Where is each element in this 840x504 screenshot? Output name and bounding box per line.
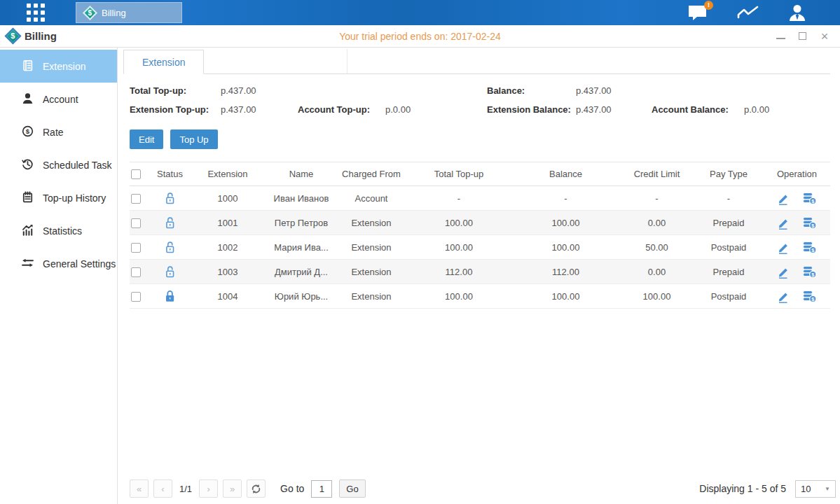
header-name: Name	[266, 162, 336, 186]
balance-value: p.437.00	[576, 85, 652, 96]
edit-pencil-icon[interactable]	[777, 241, 790, 254]
refresh-icon[interactable]	[247, 479, 266, 498]
tab-strip: Extension	[123, 49, 830, 74]
sidebar-item-top-up-history[interactable]: Top-up History	[0, 181, 117, 214]
cell-name: Иван Иванов	[266, 186, 336, 211]
top-up-coins-icon[interactable]: $	[802, 241, 817, 254]
top-up-button[interactable]: Top Up	[170, 130, 217, 149]
tab-extension[interactable]: Extension	[123, 50, 204, 74]
sidebar-item-general-settings[interactable]: General Settings	[0, 247, 117, 280]
prev-page-button[interactable]: ‹	[153, 479, 172, 498]
table-row: 1004Юрий Юрь...Extension100.00100.00100.…	[130, 284, 830, 309]
goto-page-input[interactable]	[311, 480, 332, 498]
cell-charged-from: Account	[336, 186, 406, 211]
edit-button[interactable]: Edit	[130, 130, 163, 149]
unlocked-icon[interactable]	[163, 216, 177, 230]
sidebar-item-scheduled-task[interactable]: Scheduled Task	[0, 148, 117, 181]
extension-topup-label: Extension Top-up:	[130, 104, 221, 115]
table-row: 1000Иван ИвановAccount----$	[130, 186, 830, 211]
sidebar-item-extension[interactable]: Extension	[0, 50, 117, 83]
notification-badge: !	[704, 1, 713, 10]
sidebar-item-rate[interactable]: $Rate	[0, 115, 117, 148]
balance-summary: Total Top-up: p.437.00 Balance: p.437.00…	[130, 85, 830, 115]
cell-total-topup: 112.00	[406, 260, 511, 284]
window-titlebar: Your trial period ends on: 2017-02-24 $ …	[0, 25, 840, 48]
first-page-button[interactable]: «	[130, 479, 149, 498]
last-page-button[interactable]: »	[223, 479, 242, 498]
cell-extension: 1001	[189, 211, 266, 235]
sidebar: ExtensionAccount$RateScheduled TaskTop-u…	[0, 48, 118, 504]
unlocked-icon[interactable]	[163, 265, 177, 279]
cell-pay-type: Postpaid	[694, 235, 764, 260]
select-all-checkbox[interactable]	[131, 169, 141, 179]
minimize-icon[interactable]	[776, 34, 785, 39]
top-up-coins-icon[interactable]: $	[802, 216, 817, 230]
cell-extension: 1003	[189, 260, 266, 284]
messages-icon[interactable]: !	[688, 5, 708, 21]
cell-pay-type: -	[694, 186, 764, 211]
billing-window-icon: $	[4, 27, 21, 44]
sidebar-item-statistics[interactable]: Statistics	[0, 214, 117, 247]
header-status: Status	[151, 162, 189, 186]
row-checkbox[interactable]	[131, 292, 141, 302]
cell-name: Юрий Юрь...	[266, 284, 336, 309]
page-indicator: 1/1	[179, 484, 192, 494]
user-account-icon[interactable]	[788, 4, 806, 21]
account-topup-value: p.0.00	[385, 104, 487, 115]
row-checkbox[interactable]	[131, 194, 141, 204]
balance-label: Balance:	[487, 85, 576, 96]
pagination-bar: « ‹ 1/1 › » Go to Go Displaying 1 - 5 of…	[130, 479, 836, 498]
account-balance-value: p.0.00	[744, 104, 830, 115]
cell-name: Петр Петров	[266, 211, 336, 235]
account-topup-label: Account Top-up:	[298, 104, 385, 115]
sidebar-item-account[interactable]: Account	[0, 83, 117, 115]
svg-text:$: $	[26, 127, 30, 135]
taskbar-billing-tab[interactable]: $ Billing	[76, 2, 182, 23]
cell-charged-from: Extension	[336, 235, 406, 260]
total-topup-label: Total Top-up:	[130, 85, 221, 96]
main-panel: Extension Total Top-up: p.437.00 Balance…	[118, 48, 840, 504]
cell-extension: 1004	[189, 284, 266, 309]
next-page-button[interactable]: ›	[199, 479, 218, 498]
page-size-select[interactable]: 10 ▼	[795, 480, 836, 498]
cell-charged-from: Extension	[336, 211, 406, 235]
goto-label: Go to	[280, 483, 304, 494]
row-checkbox[interactable]	[131, 267, 141, 277]
header-operation: Operation	[764, 162, 830, 186]
cell-total-topup: -	[406, 186, 511, 211]
top-up-coins-icon[interactable]: $	[802, 290, 817, 303]
unlocked-icon[interactable]	[163, 191, 177, 206]
edit-pencil-icon[interactable]	[777, 216, 790, 230]
row-checkbox[interactable]	[131, 218, 141, 228]
top-up-coins-icon[interactable]: $	[802, 265, 817, 279]
window-title: Billing	[25, 30, 57, 42]
edit-pencil-icon[interactable]	[777, 265, 790, 279]
cell-balance: -	[511, 186, 620, 211]
table-row: 1003Дмитрий Д...Extension112.00112.000.0…	[130, 260, 830, 284]
sidebar-item-label: General Settings	[43, 258, 116, 270]
cell-credit-limit: -	[620, 186, 694, 211]
trial-notice: Your trial period ends on: 2017-02-24	[0, 31, 840, 42]
taskbar-tab-label: Billing	[102, 8, 126, 18]
app-launcher-grid-icon[interactable]	[27, 4, 45, 22]
sidebar-item-label: Statistics	[43, 225, 82, 237]
table-header-row: Status Extension Name Charged From Total…	[130, 162, 830, 186]
locked-icon[interactable]	[163, 289, 177, 304]
chevron-down-icon: ▼	[825, 486, 830, 492]
header-credit-limit: Credit Limit	[620, 162, 694, 186]
go-button[interactable]: Go	[339, 479, 365, 498]
top-up-coins-icon[interactable]: $	[802, 192, 817, 205]
row-checkbox[interactable]	[131, 243, 141, 253]
edit-pencil-icon[interactable]	[777, 290, 790, 303]
cell-credit-limit: 50.00	[620, 235, 694, 260]
cell-name: Дмитрий Д...	[266, 260, 336, 284]
close-icon[interactable]: ×	[819, 31, 830, 42]
cell-pay-type: Postpaid	[694, 284, 764, 309]
unlocked-icon[interactable]	[163, 240, 177, 255]
maximize-icon[interactable]	[799, 32, 806, 40]
sidebar-item-label: Account	[43, 94, 78, 105]
taskbar: $ Billing !	[0, 0, 840, 25]
edit-pencil-icon[interactable]	[777, 192, 790, 205]
resource-monitor-icon[interactable]	[737, 5, 759, 21]
header-balance: Balance	[511, 162, 620, 186]
